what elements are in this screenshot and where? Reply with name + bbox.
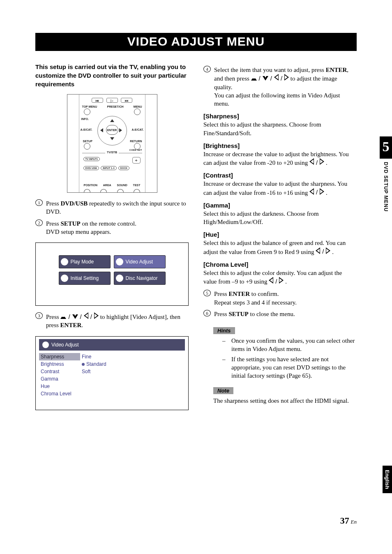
dvdusb-label: DVD/ USB (83, 166, 99, 170)
contrast-heading: [Contrast] (203, 172, 357, 179)
menu-initial-setting: Initial Setting (59, 272, 111, 285)
chroma-body: Select this to adjust the color density.… (203, 269, 357, 286)
next-icon: ⏭ (121, 98, 132, 103)
top-menu-label: TOP MENU (82, 105, 97, 108)
disc-navigator-icon (116, 275, 123, 282)
step-4: 4 Select the item that you want to adjus… (203, 66, 357, 108)
step-1: 1 Press DVD/USB repeatedly to switch the… (35, 199, 189, 216)
page-number: 37 En (340, 515, 357, 526)
step-3: 3 Press / / / to highlight [Video Adjust… (35, 312, 189, 330)
intro-text: This setup is carried out via the TV, en… (35, 62, 189, 88)
right-arrow-icon (284, 74, 289, 83)
left-arrow-icon (309, 158, 314, 167)
up-arrow-icon (251, 74, 257, 83)
left-arrow-icon (309, 188, 314, 197)
aecat-right-label: A-E/CAT. (131, 128, 143, 131)
step-6: 6 Press SETUP to close the menu. (203, 310, 357, 318)
video-adjust-icon (42, 342, 49, 348)
input14-label: INPUT 1-4 (101, 166, 116, 170)
preset-ch-label: PRESET/CH (107, 105, 124, 108)
video-adjust-panel: Video Adjust SharpnessFine BrightnessSta… (35, 336, 189, 410)
step-number-icon: 5 (203, 290, 211, 296)
play-icon: ▷ (106, 98, 118, 103)
step-2: 2 Press SETUP on the remote control.DVD … (35, 219, 189, 236)
prev-icon: ⏮ (92, 98, 103, 103)
page-title: VIDEO ADJUST MENU (35, 33, 357, 51)
step-number-icon: 4 (203, 66, 211, 72)
plus-icon: + (132, 157, 141, 164)
enter-label: ENTER (106, 125, 118, 135)
menu-play-mode: Play Mode (59, 255, 111, 268)
va-chroma-label: Chroma Level (39, 390, 80, 397)
gamma-heading: [Gamma] (203, 202, 357, 209)
play-mode-icon (61, 258, 68, 265)
left-arrow-icon (269, 277, 273, 286)
note-body: The sharpness setting does not affect th… (213, 397, 357, 405)
tvinput1-label: TV INPUT1 (83, 157, 100, 161)
menu-disc-navigator: Disc Navigator (114, 272, 166, 285)
right-arrow-icon (326, 247, 330, 256)
chapter-number: 5 (380, 136, 392, 159)
va-contrast-label: Contrast (39, 368, 80, 375)
initial-setting-icon (61, 275, 68, 282)
left-arrow-icon (84, 312, 88, 321)
va-hue-label: Hue (39, 383, 80, 390)
step-number-icon: 2 (35, 219, 43, 226)
right-arrow-icon (320, 188, 324, 197)
chapter-label: DVD SETUP MENU (383, 162, 389, 212)
brightness-heading: [Brightness] (203, 142, 357, 149)
brightness-body: Increase or decrease the value to adjust… (203, 150, 357, 167)
right-arrow-icon (279, 277, 284, 286)
right-arrow-icon (320, 158, 324, 167)
step-number-icon: 3 (35, 312, 43, 319)
dock-label: DOCK (118, 166, 130, 170)
area-label: AREA (103, 184, 111, 187)
remote-diagram: ⏮ ▷ ⏭ TOP MENU PRESET/CH MENU INFO. ENTE… (67, 94, 157, 193)
up-arrow-icon (60, 313, 66, 321)
left-arrow-icon (316, 247, 320, 256)
step-5: 5 Press ENTER to confirm.Repeat steps 3 … (203, 290, 357, 307)
hue-heading: [Hue] (203, 231, 357, 238)
setup-menu-panel: Play Mode Video Adjust Initial Setting D… (35, 242, 189, 306)
chroma-heading: [Chroma Level] (203, 261, 357, 268)
info-label: INFO. (81, 118, 89, 120)
gamma-body: Select this to adjust the darkness. Choo… (203, 210, 357, 226)
position-label: POSITION (84, 184, 97, 187)
va-gamma-label: Gamma (39, 375, 80, 383)
sound-label: SOUND (117, 184, 127, 187)
step-number-icon: 1 (35, 199, 43, 206)
dpad: ENTER (94, 116, 131, 145)
test-label: TEST (133, 184, 141, 187)
contrast-body: Increase or decrease the value to adjust… (203, 180, 357, 197)
menu-video-adjust: Video Adjust (114, 255, 166, 268)
va-brightness-label: Brightness (39, 360, 80, 368)
step-number-icon: 6 (203, 310, 211, 316)
video-adjust-icon (116, 258, 123, 265)
left-arrow-icon (274, 74, 279, 83)
hue-body: Select this to adjust the balance of gre… (203, 239, 357, 256)
note-tag: Note (213, 387, 233, 394)
tvstb-label: TV/STB (105, 151, 119, 154)
language-tab: English (383, 466, 392, 493)
hints-list: –Once you confirm the values, you can se… (222, 337, 357, 380)
setup-label: SETUP (83, 140, 92, 143)
menu-label: MENU (134, 105, 142, 108)
va-soft-value: Soft (80, 368, 92, 375)
right-arrow-icon (94, 312, 99, 321)
va-sharpness-label: Sharpness (39, 353, 80, 360)
return-label: RETURN (130, 140, 142, 143)
va-standard-value: Standard (80, 360, 108, 368)
hints-tag: Hints (213, 327, 235, 334)
down-arrow-icon (72, 313, 78, 321)
sharpness-heading: [Sharpness] (203, 113, 357, 120)
aecat-left-label: A-E/CAT. (81, 128, 92, 131)
down-arrow-icon (263, 74, 268, 83)
sharpness-body: Select this to adjust the sharpness. Cho… (203, 120, 357, 137)
codeset-label: CODE SET (129, 149, 142, 151)
chapter-tab: 5 DVD SETUP MENU (380, 136, 392, 212)
va-fine-value: Fine (80, 353, 93, 360)
